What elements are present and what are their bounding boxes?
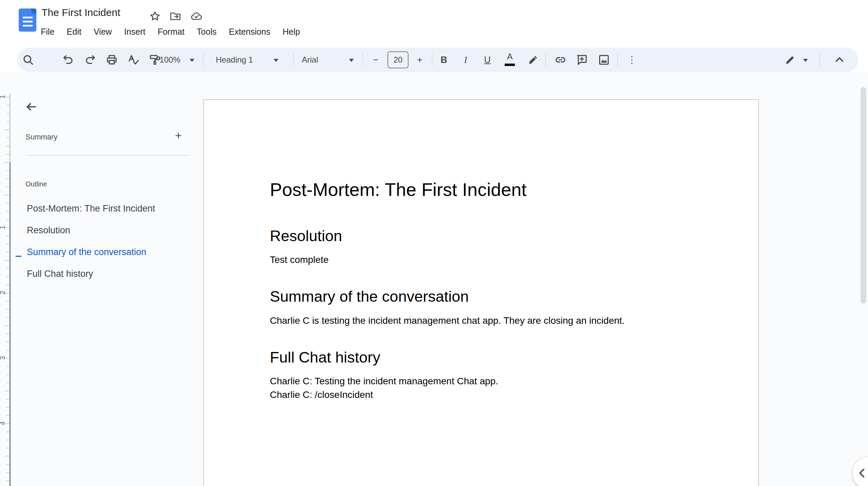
ruler-tick — [6, 448, 10, 448]
ruler-tick — [5, 130, 10, 130]
ruler-tick — [6, 481, 10, 481]
text-color-icon[interactable]: A — [504, 52, 516, 67]
cloud-saved-icon[interactable] — [190, 10, 203, 22]
font-caret[interactable] — [349, 59, 354, 62]
ruler-tick — [6, 317, 10, 318]
outline-item[interactable]: Post-Mortem: The First Incident — [27, 203, 155, 214]
ruler-tick — [6, 464, 10, 465]
ruler-number: 4 — [0, 421, 6, 425]
ruler-number: 1 — [0, 225, 6, 229]
add-comment-icon[interactable] — [575, 53, 588, 66]
vertical-scrollbar[interactable] — [861, 87, 866, 304]
toolbar-divider — [545, 53, 546, 67]
ruler-tick — [6, 244, 10, 244]
outline-item[interactable]: Resolution — [27, 225, 70, 236]
outline-item[interactable]: Full Chat history — [27, 269, 93, 279]
spell-check-icon[interactable] — [127, 53, 140, 66]
ruler-tick — [6, 342, 10, 342]
document-page[interactable]: Post-Mortem: The First Incident Resoluti… — [203, 99, 759, 486]
menu-edit[interactable]: Edit — [67, 26, 81, 37]
add-summary-icon[interactable]: + — [172, 129, 185, 142]
ruler-tick — [5, 260, 10, 261]
logo-fold — [31, 9, 36, 14]
increase-font-size-button[interactable]: + — [417, 55, 422, 65]
top-bar: The First Incident File Edit View Insert… — [0, 0, 868, 48]
ruler-tick — [6, 170, 10, 171]
ruler-tick — [6, 309, 10, 309]
logo-line — [23, 25, 33, 27]
collapse-toolbar-icon[interactable] — [833, 53, 846, 66]
ruler-tick — [6, 219, 10, 220]
toolbar-divider — [293, 53, 294, 67]
doc-paragraph[interactable]: Test complete — [270, 253, 329, 267]
decrease-font-size-button[interactable]: − — [373, 55, 379, 65]
ruler-tick — [6, 113, 10, 114]
ruler-number: 1 — [0, 95, 6, 99]
redo-icon[interactable] — [84, 53, 97, 66]
insert-image-icon[interactable] — [597, 53, 610, 66]
print-icon[interactable] — [105, 53, 118, 66]
menu-insert[interactable]: Insert — [124, 26, 145, 37]
ruler-tick — [6, 211, 10, 212]
ruler-tick — [6, 399, 10, 399]
search-menus-icon[interactable] — [22, 53, 35, 66]
menu-view[interactable]: View — [93, 26, 112, 37]
bold-icon[interactable]: B — [440, 55, 447, 65]
google-docs-app: The First Incident File Edit View Insert… — [0, 0, 868, 486]
menu-file[interactable]: File — [41, 26, 54, 37]
editing-mode-caret[interactable] — [803, 59, 808, 62]
italic-icon[interactable]: I — [464, 55, 467, 65]
ruler-text-segment — [10, 163, 11, 486]
ruler-tick — [6, 268, 10, 269]
outline-label: Outline — [25, 180, 47, 188]
menu-extensions[interactable]: Extensions — [229, 26, 270, 37]
menu-format[interactable]: Format — [158, 26, 185, 37]
doc-paragraph[interactable]: Charlie C: /closeIncident — [270, 388, 373, 402]
zoom-caret[interactable] — [190, 59, 194, 62]
close-outline-icon[interactable] — [24, 100, 38, 114]
doc-heading-summary[interactable]: Summary of the conversation — [270, 288, 469, 305]
font-size-input[interactable]: 20 — [387, 51, 409, 68]
undo-icon[interactable] — [62, 53, 75, 66]
paragraph-style-select[interactable]: Heading 1 — [216, 55, 253, 65]
ruler-margin-segment — [10, 94, 11, 163]
menu-tools[interactable]: Tools — [197, 26, 216, 37]
ruler-tick — [5, 195, 10, 195]
document-title[interactable]: The First Incident — [41, 7, 120, 18]
ruler-number: 2 — [0, 291, 6, 295]
zoom-select[interactable]: 100% — [159, 55, 180, 65]
ruler-tick — [6, 285, 10, 285]
doc-paragraph[interactable]: Charlie C: Testing the incident manageme… — [270, 374, 498, 388]
ruler-tick — [5, 391, 10, 391]
doc-heading-1[interactable]: Post-Mortem: The First Incident — [270, 179, 526, 200]
star-icon[interactable] — [149, 10, 161, 22]
move-folder-icon[interactable] — [169, 10, 181, 22]
menu-help[interactable]: Help — [283, 26, 300, 37]
underline-icon[interactable]: U — [484, 55, 491, 65]
ruler-tick — [6, 276, 10, 277]
editing-mode-icon[interactable] — [784, 53, 797, 66]
summary-label: Summary — [25, 133, 57, 141]
document-viewport: Post-Mortem: The First Incident Resoluti… — [0, 72, 868, 486]
toolbar-divider — [617, 53, 618, 67]
font-select[interactable]: Arial — [302, 55, 318, 65]
ruler-tick — [6, 138, 10, 138]
ruler-tick — [6, 179, 10, 179]
doc-heading-chat-history[interactable]: Full Chat history — [270, 349, 380, 366]
active-outline-indicator — [16, 256, 21, 257]
highlight-color-icon[interactable] — [527, 53, 540, 66]
insert-link-icon[interactable] — [554, 53, 567, 66]
ruler-tick — [6, 440, 10, 440]
doc-paragraph[interactable]: Charlie C is testing the incident manage… — [270, 314, 625, 328]
ruler-tick — [6, 252, 10, 252]
ruler-tick — [4, 162, 10, 163]
docs-logo-icon[interactable] — [19, 9, 36, 32]
ruler-tick — [6, 121, 10, 122]
toolbar-divider — [432, 53, 432, 67]
paragraph-style-caret[interactable] — [274, 59, 278, 62]
doc-heading-resolution[interactable]: Resolution — [270, 227, 342, 245]
outline-item[interactable]: Summary of the conversation — [27, 247, 146, 257]
more-options-icon[interactable]: ⋮ — [627, 54, 637, 65]
vertical-ruler[interactable]: 11234 — [0, 92, 16, 486]
ruler-tick — [6, 407, 10, 407]
